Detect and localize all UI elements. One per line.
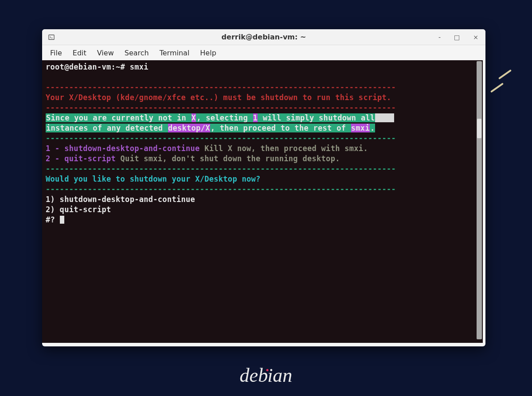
minimize-button[interactable]: ‐ [437, 33, 442, 42]
terminal-content[interactable]: root@debian-vm:~# smxi -----------------… [46, 62, 475, 341]
wallpaper-mark [498, 70, 512, 80]
divider-green: ----------------------------------------… [46, 185, 396, 194]
menu-edit[interactable]: Edit [73, 49, 86, 57]
scrollbar-thumb[interactable] [477, 119, 481, 138]
svg-rect-0 [49, 35, 54, 39]
titlebar[interactable]: derrik@debian-vm: ~ ‐ □ × [42, 29, 485, 45]
terminal-app-icon [48, 34, 55, 40]
info-line-2: instances of any detected desktop/X, the… [46, 124, 375, 132]
cursor [60, 216, 64, 224]
divider-green: ----------------------------------------… [46, 164, 396, 173]
menu-terminal[interactable]: Terminal [160, 49, 190, 57]
divider-red: ----------------------------------------… [46, 103, 396, 112]
menu-search[interactable]: Search [125, 49, 149, 57]
window-controls: ‐ □ × [437, 33, 480, 42]
menubar: File Edit View Search Terminal Help [42, 45, 485, 60]
menu-view[interactable]: View [97, 49, 114, 57]
divider-green: ----------------------------------------… [46, 134, 396, 143]
info-line-1: Since you are currently not in X, select… [46, 113, 394, 122]
window-title: derrik@debian-vm: ~ [42, 33, 485, 41]
debian-logo-right: ian [267, 365, 292, 386]
menu-choice-2: 2) quit-script [46, 205, 111, 214]
close-button[interactable]: × [471, 33, 480, 42]
scrollbar[interactable] [477, 61, 482, 339]
maximize-button[interactable]: □ [452, 33, 462, 42]
menu-help[interactable]: Help [200, 49, 216, 57]
option-2: 2 - quit-script Quit smxi, don't shut do… [46, 154, 340, 163]
option-1: 1 - shutdown-desktop-and-continue Kill X… [46, 144, 368, 153]
shell-prompt: root@debian-vm:~# [46, 62, 130, 71]
debian-logo: debian [240, 364, 293, 387]
warning-line: Your X/Desktop (kde/gnome/xfce etc..) mu… [46, 93, 391, 102]
menu-choice-1: 1) shutdown-desktop-and-continue [46, 195, 195, 204]
shell-command: smxi [130, 62, 149, 71]
menu-file[interactable]: File [50, 49, 62, 57]
question-line: Would you like to shutdown your X/Deskto… [46, 175, 261, 183]
terminal-window: derrik@debian-vm: ~ ‐ □ × File Edit View… [42, 29, 485, 346]
input-prompt[interactable]: #? [46, 215, 64, 224]
wallpaper-mark [490, 83, 504, 93]
terminal-viewport[interactable]: root@debian-vm:~# smxi -----------------… [42, 60, 483, 343]
divider-red: ----------------------------------------… [46, 83, 396, 92]
blank-line [46, 73, 51, 82]
debian-logo-left: deb [240, 365, 268, 386]
